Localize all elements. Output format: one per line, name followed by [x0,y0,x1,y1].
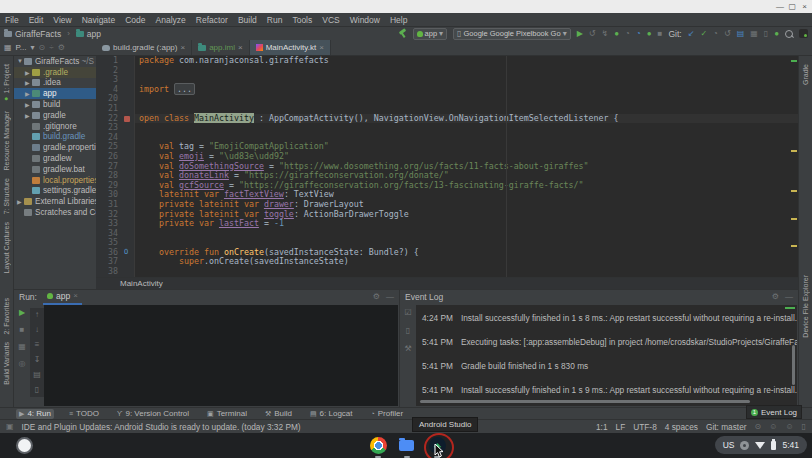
log-settings-icon[interactable]: ⚒ [404,344,411,354]
run-console[interactable] [44,305,398,406]
notifications-icon[interactable]: ▯ [802,422,806,432]
hide-panel-icon[interactable]: — [785,292,793,302]
hector-icon[interactable]: ☺ [769,422,777,432]
hide-panel-icon[interactable]: — [386,292,394,302]
git-update-icon[interactable]: ↙ [688,29,695,39]
menu-item[interactable]: View [53,15,71,25]
expand-arrow-icon[interactable]: ▶ [25,69,32,76]
event-log-badge[interactable]: 1 Event Log [746,405,802,419]
toolwindow-version-control[interactable]: ϒ 9: Version Control [114,409,192,419]
window-close-button[interactable]: × [802,1,807,12]
code-line[interactable]: 20 [96,94,798,104]
debug-button[interactable]: ● [614,29,619,39]
profile-app-icon[interactable]: ● [647,29,652,39]
code-line[interactable]: 2 [96,66,798,76]
breadcrumb-module[interactable]: app [87,29,101,39]
vertical-scrollbar[interactable] [792,345,795,385]
expand-arrow-icon[interactable]: ▶ [17,198,24,205]
stripe-mark-warning[interactable] [791,190,797,192]
gear-icon[interactable]: ⚙ [772,292,779,302]
window-minimize-button[interactable]: — [776,1,784,12]
toolwindow-terminal[interactable]: ▣ Terminal [204,409,250,419]
menu-item[interactable]: Navigate [82,15,116,25]
apply-changes-icon[interactable]: ↺ [589,29,596,39]
device-select[interactable]: ▯ Google Google Pixelbook Go ▾ [453,28,571,40]
toolwindow-logcat[interactable]: ▤ 6: Logcat [307,409,356,419]
system-tray[interactable]: US 5:41 [715,436,807,454]
code-line[interactable]: 38 [96,267,798,277]
code-line[interactable]: 4import ... [96,85,798,95]
stripe-mark-warning[interactable] [791,218,797,220]
tree-row[interactable]: ▶ gradle [14,110,96,121]
locate-file-icon[interactable]: ⊙ [39,43,46,53]
close-icon[interactable]: × [238,43,243,52]
tree-row[interactable]: ▶ .gradle [14,67,96,78]
toolstrip-device-file-explorer[interactable]: Device File Explorer [802,275,809,338]
stripe-mark-warning[interactable] [791,150,797,152]
code-line[interactable]: 34 [96,229,798,239]
toolstrip-project[interactable]: ● 1: Project [3,64,10,103]
files-app-icon[interactable] [399,440,414,451]
clear-console-icon[interactable]: ▯ [35,385,39,395]
tree-row[interactable]: ▶ app [14,88,96,99]
tree-row[interactable]: Scratches and Consoles [14,207,96,218]
git-commit-icon[interactable]: ✓ [700,29,707,39]
class-gutter-icon[interactable] [122,114,135,124]
editor-breadcrumb[interactable]: MainActivity [96,277,798,289]
run-button[interactable]: ▶ [577,29,583,39]
menu-item[interactable]: Window [350,15,380,25]
highlight-level-icon[interactable]: ☺ [785,422,793,432]
toolstrip-favorites[interactable]: 2: Favorites [3,298,10,335]
run-tab-app[interactable]: app × [43,290,82,305]
toolwindow-run[interactable]: ▶ 4: Run [16,409,54,419]
breadcrumb-project[interactable]: GiraffeFacts [15,29,61,39]
toolstrip-structure[interactable]: 7: Structure [3,178,10,214]
close-icon[interactable]: × [319,43,324,52]
code-line[interactable]: 3 [96,75,798,85]
menu-item[interactable]: VCS [322,15,339,25]
expand-arrow-icon[interactable]: ▶ [25,90,32,97]
device-manager-icon[interactable]: ▤ [737,29,745,39]
event-log-entry[interactable]: 4:24 PM Install successfully finished in… [422,313,797,323]
tab-mainactivity[interactable]: MainActivity.kt × [250,40,331,55]
git-rollback-icon[interactable]: ↺ [724,29,731,39]
tab-app-iml[interactable]: app.iml × [192,40,249,55]
sdk-manager-icon[interactable]: ● [774,29,779,39]
collapse-all-icon[interactable]: ÷ [49,43,53,53]
horizontal-scrollbar[interactable] [420,400,750,403]
tree-row[interactable]: gradlew.bat [14,164,96,175]
git-branch[interactable]: Git: master [706,422,747,432]
close-icon[interactable]: × [180,43,185,52]
window-maximize-button[interactable]: ▢ [788,1,796,12]
toolwindow-build[interactable]: ⚒ Build [262,409,295,419]
pin-tab-icon[interactable]: ◎ [19,359,26,369]
stripe-mark-warning[interactable] [791,245,797,247]
breadcrumb-class[interactable]: MainActivity [120,279,163,288]
tree-row[interactable]: local.properties [14,175,96,186]
toolwindow-profiler[interactable]: ◔ Profiler [368,409,407,419]
menu-item[interactable]: Tools [292,15,312,25]
search-everywhere-icon[interactable] [785,30,793,38]
scroll-to-end-icon[interactable]: ↧ [34,355,41,365]
layout-inspector-icon[interactable]: ▦ [750,29,758,39]
project-settings-icon[interactable]: ⚙ [58,43,65,53]
ide-settings-icon[interactable] [799,29,808,38]
rerun-button[interactable]: ▶ [19,308,25,318]
toolwindow-toggle-icon[interactable]: ▣ [6,422,14,432]
menu-item[interactable]: Build [238,15,257,25]
menu-item[interactable]: Analyze [156,15,186,25]
stop-button[interactable]: ■ [20,325,25,335]
project-view-dropdown[interactable]: P... [16,43,27,52]
git-history-icon[interactable]: ◔ [713,29,718,39]
print-icon[interactable]: ▤ [33,370,41,380]
menu-item[interactable]: Refactor [196,15,228,25]
code-line[interactable]: 23 [96,123,798,133]
event-log-entry[interactable]: 5:41 PM Executing tasks: [:app:assembleD… [422,337,797,347]
toolwindow-todo[interactable]: ≡ TODO [66,409,102,419]
toolstrip-resource-manager[interactable]: Resource Manager [3,111,10,171]
apply-code-changes-icon[interactable]: ↯ [602,29,609,39]
gear-icon[interactable]: ⚙ [373,292,380,302]
code-line[interactable]: 33 private var lastFact = -1 [96,219,798,229]
avd-manager-icon[interactable]: ▯ [764,29,768,39]
menu-item[interactable]: File [5,15,19,25]
